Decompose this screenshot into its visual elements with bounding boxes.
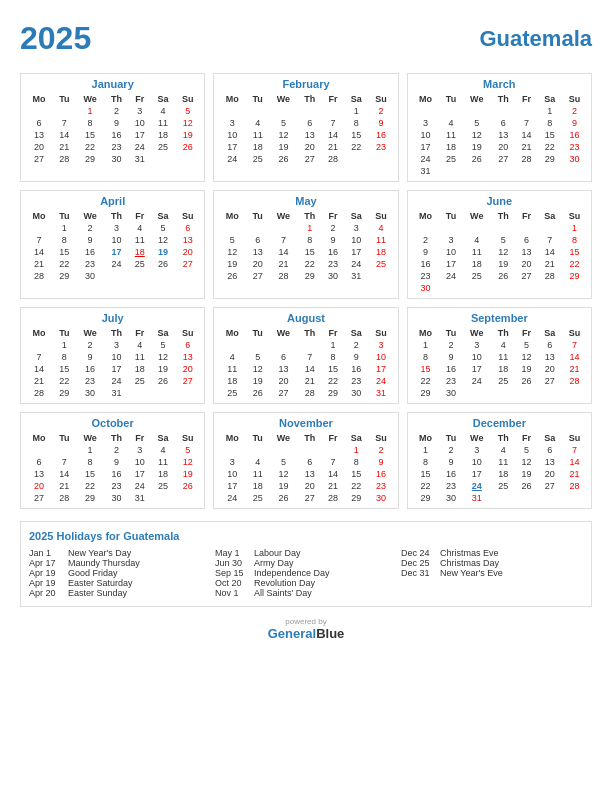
holiday-item: Jan 1New Year's Day: [29, 548, 211, 558]
calendar-day: 7: [25, 351, 53, 363]
calendar-day: [151, 387, 175, 399]
calendar-day: 20: [269, 375, 298, 387]
calendar-day: 28: [515, 153, 537, 165]
calendar-day: 18: [440, 141, 463, 153]
calendar-day: 2: [368, 444, 393, 456]
calendar-day: 27: [25, 153, 53, 165]
month-title-june: June: [412, 195, 587, 207]
calendar-day: [515, 222, 537, 234]
calendar-day: 25: [440, 153, 463, 165]
calendar-day: 9: [412, 246, 440, 258]
calendar-day: 16: [440, 363, 463, 375]
calendar-day: 25: [218, 387, 246, 399]
calendar-day: [515, 165, 537, 177]
calendar-day: [562, 492, 587, 504]
calendar-day: 20: [515, 258, 537, 270]
calendar-day: 16: [344, 363, 368, 375]
calendar-day: 18: [368, 246, 393, 258]
weekday-header: Su: [562, 93, 587, 105]
month-title-january: January: [25, 78, 200, 90]
calendar-day: 3: [129, 105, 151, 117]
month-title-september: September: [412, 312, 587, 324]
calendar-day: 7: [298, 351, 322, 363]
holiday-item: Oct 20Revolution Day: [215, 578, 397, 588]
calendar-day: 27: [538, 480, 562, 492]
calendar-day: 8: [76, 456, 105, 468]
calendar-day: 13: [538, 456, 562, 468]
calendar-day: 9: [562, 117, 587, 129]
calendar-day: 8: [298, 234, 322, 246]
calendar-day: 29: [412, 492, 440, 504]
weekday-header: We: [269, 327, 298, 339]
calendar-day: [440, 165, 463, 177]
calendar-day: 28: [53, 492, 76, 504]
calendar-day: [491, 492, 515, 504]
calendar-day: 26: [246, 387, 269, 399]
calendar-day: [53, 105, 76, 117]
month-title-february: February: [218, 78, 393, 90]
holiday-date: Apr 19: [29, 578, 64, 588]
calendar-day: 5: [515, 444, 537, 456]
calendar-day: 31: [129, 153, 151, 165]
weekday-header: Th: [491, 93, 515, 105]
calendar-day: 8: [53, 234, 76, 246]
calendar-day: 9: [76, 351, 105, 363]
calendar-day: [25, 222, 53, 234]
calendar-day: 4: [151, 444, 175, 456]
calendar-day: [25, 105, 53, 117]
calendar-day: 25: [246, 153, 269, 165]
powered-by-text: powered by: [20, 617, 592, 626]
holidays-grid: Jan 1New Year's DayApr 17Maundy Thursday…: [29, 548, 583, 598]
calendar-day: 28: [538, 270, 562, 282]
calendar-day: 2: [76, 222, 105, 234]
calendar-day: 21: [298, 375, 322, 387]
weekday-header: We: [269, 210, 298, 222]
calendar-day: 2: [104, 444, 128, 456]
calendar-day: 23: [104, 480, 128, 492]
holiday-column-1: May 1Labour DayJun 30Army DaySep 15Indep…: [215, 548, 397, 598]
calendar-day: 21: [269, 258, 298, 270]
calendar-day: 6: [538, 339, 562, 351]
weekday-header: Su: [175, 93, 200, 105]
calendar-day: 25: [491, 480, 515, 492]
weekday-header: Sa: [538, 93, 562, 105]
calendar-day: [463, 222, 492, 234]
holiday-date: Jan 1: [29, 548, 64, 558]
weekday-header: Tu: [53, 93, 76, 105]
weekday-header: Mo: [25, 93, 53, 105]
weekday-header: Su: [562, 210, 587, 222]
weekday-header: Th: [104, 93, 128, 105]
calendar-day: 7: [538, 234, 562, 246]
calendar-day: 27: [269, 387, 298, 399]
calendar-day: 31: [368, 387, 393, 399]
calendar-day: 22: [322, 375, 344, 387]
calendar-day: 22: [298, 258, 322, 270]
calendar-day: 19: [175, 129, 200, 141]
weekday-header: Su: [368, 327, 393, 339]
calendar-day: 6: [515, 234, 537, 246]
calendar-day: [298, 444, 322, 456]
calendar-day: 15: [412, 363, 440, 375]
calendar-day: 23: [440, 375, 463, 387]
calendar-day: 6: [175, 339, 200, 351]
weekday-header: Su: [175, 327, 200, 339]
calendar-day: 2: [440, 339, 463, 351]
calendar-day: 24: [129, 480, 151, 492]
calendar-day: 13: [25, 129, 53, 141]
calendar-day: 23: [104, 141, 128, 153]
calendar-day: 4: [368, 222, 393, 234]
calendar-day: 11: [368, 234, 393, 246]
calendar-day: 24: [104, 258, 128, 270]
calendar-day: 2: [412, 234, 440, 246]
calendar-day: 29: [53, 387, 76, 399]
calendar-day: 28: [562, 480, 587, 492]
calendar-day: [491, 282, 515, 294]
weekday-header: Th: [491, 327, 515, 339]
calendar-day: 12: [515, 456, 537, 468]
calendar-day: 3: [104, 222, 128, 234]
calendar-day: 6: [175, 222, 200, 234]
weekday-header: Sa: [344, 432, 368, 444]
calendar-day: 20: [175, 246, 200, 258]
calendar-day: 19: [269, 141, 298, 153]
calendar-day: [151, 270, 175, 282]
